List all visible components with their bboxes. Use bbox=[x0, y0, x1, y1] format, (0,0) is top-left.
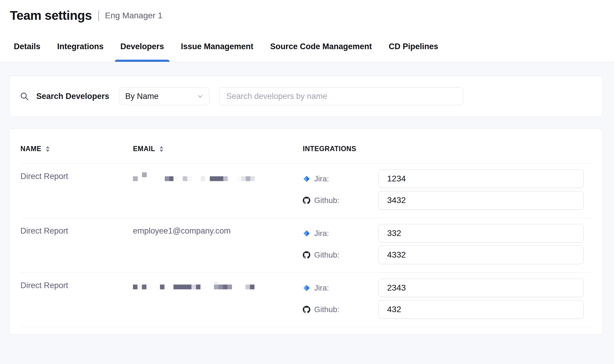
developers-table: NAME EMAIL INTEGRATIONS bbox=[9, 128, 603, 335]
search-filter-value: By Name bbox=[125, 92, 158, 101]
github-label: Github: bbox=[314, 305, 339, 314]
integrations-cell: Jira: Github: bbox=[303, 169, 592, 213]
redacted-email bbox=[133, 282, 303, 291]
tab-cd-pipelines[interactable]: CD Pipelines bbox=[389, 31, 438, 62]
jira-icon bbox=[303, 175, 310, 183]
integrations-cell: Jira: Github: bbox=[303, 279, 592, 323]
search-panel: Search Developers By Name bbox=[9, 76, 603, 117]
content-area: Search Developers By Name NAME bbox=[0, 62, 614, 364]
page-header: Team settings Eng Manager 1 bbox=[0, 0, 614, 31]
github-id-input[interactable] bbox=[378, 191, 584, 210]
github-icon bbox=[303, 306, 310, 313]
search-developers-label: Search Developers bbox=[36, 92, 109, 101]
jira-id-input[interactable] bbox=[378, 279, 584, 297]
row-divider bbox=[21, 327, 593, 327]
jira-icon bbox=[303, 284, 310, 292]
tab-integrations[interactable]: Integrations bbox=[57, 31, 104, 62]
github-icon bbox=[303, 197, 310, 204]
jira-label: Jira: bbox=[314, 229, 329, 238]
developer-email bbox=[133, 279, 303, 323]
table-row: Direct Report Jira: bbox=[9, 273, 603, 327]
search-icon bbox=[20, 91, 29, 101]
github-field-row: Github: bbox=[303, 246, 592, 264]
column-header-name: NAME bbox=[20, 145, 133, 153]
github-id-input[interactable] bbox=[378, 246, 584, 264]
jira-label: Jira: bbox=[314, 283, 329, 293]
github-icon bbox=[303, 251, 310, 259]
developer-email bbox=[133, 169, 303, 213]
redacted-email bbox=[133, 172, 303, 181]
jira-icon bbox=[303, 230, 310, 237]
jira-id-input[interactable] bbox=[378, 169, 584, 188]
jira-label: Jira: bbox=[314, 174, 329, 183]
search-input[interactable] bbox=[219, 87, 463, 105]
developer-name: Direct Report bbox=[20, 169, 133, 213]
jira-field-row: Jira: bbox=[303, 224, 592, 243]
table-row: Direct Report employee1@company.com Jira… bbox=[9, 218, 603, 272]
tab-issue-management[interactable]: Issue Management bbox=[181, 31, 254, 62]
tab-details[interactable]: Details bbox=[14, 31, 41, 62]
developer-email: employee1@company.com bbox=[133, 224, 303, 268]
table-header-row: NAME EMAIL INTEGRATIONS bbox=[9, 129, 603, 163]
title-divider bbox=[98, 10, 99, 21]
team-name: Eng Manager 1 bbox=[105, 11, 162, 20]
github-id-input[interactable] bbox=[378, 300, 584, 319]
search-filter-select[interactable]: By Name bbox=[119, 87, 209, 105]
tab-source-code-management[interactable]: Source Code Management bbox=[270, 31, 372, 62]
tab-bar: Details Integrations Developers Issue Ma… bbox=[0, 31, 614, 62]
developer-name: Direct Report bbox=[20, 224, 133, 268]
table-row: Direct Report Jira: bbox=[9, 163, 603, 218]
sort-icon[interactable] bbox=[159, 145, 164, 153]
developer-name: Direct Report bbox=[20, 279, 133, 323]
jira-field-row: Jira: bbox=[303, 169, 592, 188]
sort-icon[interactable] bbox=[45, 145, 50, 153]
jira-field-row: Jira: bbox=[303, 279, 592, 297]
column-header-integrations: INTEGRATIONS bbox=[303, 145, 592, 153]
integrations-cell: Jira: Github: bbox=[303, 224, 592, 268]
chevron-down-icon bbox=[197, 93, 204, 100]
github-label: Github: bbox=[314, 250, 339, 260]
column-header-email: EMAIL bbox=[133, 145, 303, 153]
github-field-row: Github: bbox=[303, 300, 592, 319]
team-settings-page: Team settings Eng Manager 1 Details Inte… bbox=[0, 0, 614, 364]
github-label: Github: bbox=[314, 196, 339, 205]
github-field-row: Github: bbox=[303, 191, 592, 210]
tab-developers[interactable]: Developers bbox=[120, 31, 164, 62]
page-title: Team settings bbox=[10, 8, 92, 23]
jira-id-input[interactable] bbox=[378, 224, 584, 243]
